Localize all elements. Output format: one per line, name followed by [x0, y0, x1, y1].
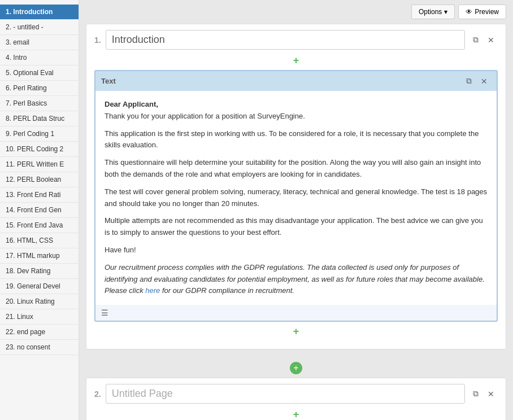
- text-block-body: Dear Applicant, Thank you for your appli…: [95, 91, 497, 305]
- options-chevron-icon: ▾: [444, 8, 447, 16]
- page-1-delete-button[interactable]: ✕: [484, 33, 498, 47]
- sidebar-item-4[interactable]: 4. Intro: [0, 50, 79, 65]
- sidebar-item-6[interactable]: 6. Perl Rating: [0, 81, 79, 96]
- text-gdpr: Our recruitment process complies with th…: [105, 262, 488, 297]
- page-2-header: 2. ⧉ ✕: [94, 384, 498, 404]
- page-2-delete-button[interactable]: ✕: [484, 387, 498, 401]
- add-above-text-button[interactable]: +: [293, 55, 299, 65]
- sidebar-item-15[interactable]: 15. Front End Java: [0, 218, 79, 233]
- sidebar-item-21[interactable]: 21. Linux: [0, 309, 79, 325]
- sidebar-item-13[interactable]: 13. Front End Rati: [0, 187, 79, 203]
- sidebar-item-7[interactable]: 7. Perl Basics: [0, 96, 79, 111]
- text-block: Text ⧉ ✕ Dear Applicant, Thank you for y…: [94, 70, 498, 322]
- sidebar-item-11[interactable]: 11. PERL Written E: [0, 157, 79, 172]
- text-line2: This application is the first step in wo…: [105, 128, 488, 152]
- text-block-actions: ⧉ ✕: [463, 74, 491, 88]
- page-1-actions: ⧉ ✕: [469, 33, 498, 47]
- page-2-title-input[interactable]: [106, 384, 465, 404]
- text-line4: The test will cover general problem solv…: [105, 186, 488, 210]
- add-below-text-button[interactable]: +: [293, 326, 299, 336]
- text-block-delete-button[interactable]: ✕: [477, 74, 491, 88]
- top-bar: Options ▾ 👁 Preview: [79, 0, 513, 24]
- page-1-number: 1.: [94, 36, 101, 45]
- add-below-text-row: +: [94, 326, 498, 336]
- text-line6: Have fun!: [105, 244, 488, 256]
- add-above-choice-button[interactable]: +: [293, 409, 299, 419]
- sidebar: 1. Introduction2. - untitled -3. email4.…: [0, 0, 79, 420]
- options-label: Options: [419, 8, 442, 16]
- add-page-button-1[interactable]: +: [290, 362, 302, 374]
- sidebar-item-23[interactable]: 23. no consent: [0, 340, 79, 355]
- text-block-copy-button[interactable]: ⧉: [463, 74, 475, 88]
- page-2-card: 2. ⧉ ✕ + Single Choice ▼ consent: [86, 378, 506, 420]
- page-separator-1: +: [79, 358, 513, 378]
- sidebar-item-10[interactable]: 10. PERL Coding 2: [0, 142, 79, 157]
- page-1-header: 1. ⧉ ✕: [94, 30, 498, 50]
- options-button[interactable]: Options ▾: [411, 5, 455, 19]
- align-icon: ☰: [101, 308, 108, 317]
- sidebar-item-18[interactable]: 18. Dev Rating: [0, 264, 79, 279]
- sidebar-item-8[interactable]: 8. PERL Data Struc: [0, 111, 79, 126]
- sidebar-item-5[interactable]: 5. Optional Eval: [0, 65, 79, 81]
- preview-button[interactable]: 👁 Preview: [458, 5, 506, 19]
- sidebar-item-9[interactable]: 9. Perl Coding 1: [0, 126, 79, 142]
- sidebar-item-17[interactable]: 17. HTML markup: [0, 248, 79, 264]
- page-2-number: 2.: [94, 390, 101, 399]
- text-line3: This questionnaire will help determine y…: [105, 157, 488, 181]
- sidebar-item-20[interactable]: 20. Linux Rating: [0, 294, 79, 309]
- page-2-actions: ⧉ ✕: [469, 387, 498, 401]
- add-above-text-row: +: [94, 55, 498, 65]
- sidebar-item-19[interactable]: 19. General Devel: [0, 279, 79, 294]
- text-greeting: Dear Applicant, Thank you for your appli…: [105, 99, 488, 123]
- text-block-footer: ☰: [95, 305, 497, 321]
- page-1-copy-button[interactable]: ⧉: [469, 33, 482, 47]
- sidebar-item-22[interactable]: 22. end page: [0, 325, 79, 340]
- text-line5: Multiple attempts are not recommended as…: [105, 215, 488, 239]
- gdpr-link[interactable]: here: [145, 286, 160, 295]
- page-1-card: 1. ⧉ ✕ + Text ⧉ ✕ Dear Applicant,: [86, 24, 506, 349]
- sidebar-item-2[interactable]: 2. - untitled -: [0, 20, 79, 35]
- preview-eye-icon: 👁: [466, 8, 472, 16]
- main-content: Options ▾ 👁 Preview 1. ⧉ ✕ + Text ⧉: [79, 0, 513, 420]
- text-block-header: Text ⧉ ✕: [95, 71, 497, 91]
- sidebar-item-1[interactable]: 1. Introduction: [0, 5, 79, 20]
- text-block-label: Text: [101, 77, 116, 85]
- sidebar-item-3[interactable]: 3. email: [0, 35, 79, 50]
- sidebar-item-14[interactable]: 14. Front End Gen: [0, 203, 79, 218]
- page-2-copy-button[interactable]: ⧉: [469, 387, 482, 401]
- add-above-choice-row: +: [94, 409, 498, 419]
- sidebar-item-16[interactable]: 16. HTML, CSS: [0, 233, 79, 248]
- sidebar-item-12[interactable]: 12. PERL Boolean: [0, 172, 79, 187]
- preview-label: Preview: [475, 8, 499, 16]
- page-1-title-input[interactable]: [106, 30, 465, 50]
